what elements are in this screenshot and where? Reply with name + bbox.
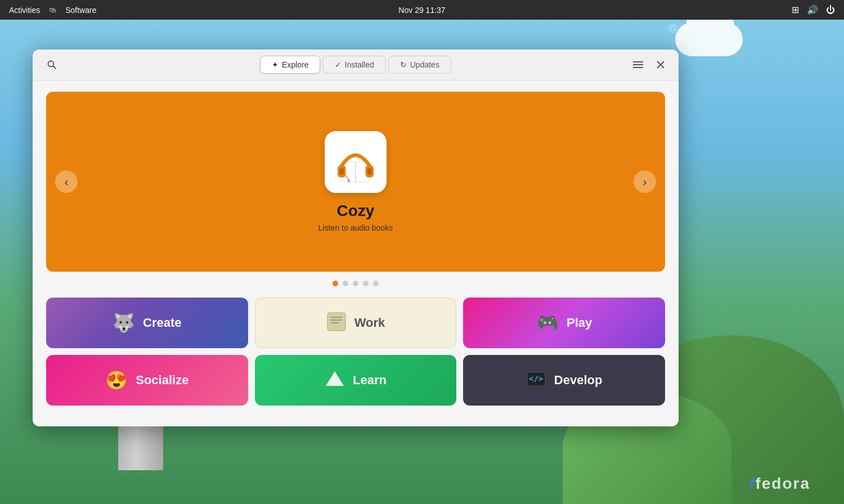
carousel-dots bbox=[46, 281, 665, 286]
installed-icon: ✓ bbox=[335, 60, 342, 69]
nav-tabs: ✦ Explore ✓ Installed ↻ Updates bbox=[260, 56, 451, 74]
activities-button[interactable]: Activities bbox=[9, 6, 40, 15]
hero-app-subtitle: Listen to audio books bbox=[318, 223, 393, 232]
dot-4[interactable] bbox=[363, 281, 369, 286]
updates-icon: ↻ bbox=[400, 60, 407, 69]
topbar: Activities 🛍 Software Nov 29 11:37 ⊞ 🔊 ⏻ bbox=[0, 0, 844, 20]
software-label[interactable]: Software bbox=[65, 6, 96, 15]
svg-rect-15 bbox=[327, 313, 345, 331]
search-icon bbox=[47, 60, 57, 70]
svg-line-1 bbox=[53, 66, 56, 69]
category-play-button[interactable]: 🎮 Play bbox=[463, 298, 665, 348]
category-grid: 🐺 Create Work 🎮 Play bbox=[46, 298, 665, 406]
hero-banner[interactable]: ‹ bbox=[46, 92, 665, 272]
fedora-logo: ffedora bbox=[749, 475, 810, 493]
create-label: Create bbox=[143, 316, 181, 330]
svg-text:</>: </> bbox=[529, 374, 543, 383]
explore-label: Explore bbox=[282, 60, 308, 69]
hamburger-icon bbox=[633, 61, 643, 69]
svg-point-14 bbox=[348, 179, 351, 182]
explore-icon: ✦ bbox=[272, 60, 279, 69]
dot-1[interactable] bbox=[333, 281, 338, 286]
create-icon: 🐺 bbox=[113, 314, 135, 332]
tab-updates[interactable]: ↻ Updates bbox=[388, 56, 451, 74]
play-icon: 🎮 bbox=[536, 314, 559, 332]
socialize-label: Socialize bbox=[136, 373, 188, 388]
work-icon bbox=[326, 312, 347, 335]
play-label: Play bbox=[567, 316, 592, 330]
socialize-icon: 😍 bbox=[105, 371, 128, 389]
category-socialize-button[interactable]: 😍 Socialize bbox=[46, 355, 248, 406]
headphone-svg bbox=[333, 140, 378, 184]
window-header: ✦ Explore ✓ Installed ↻ Updates bbox=[33, 50, 679, 80]
hero-prev-button[interactable]: ‹ bbox=[55, 170, 78, 193]
topbar-clock: Nov 29 11:37 bbox=[398, 6, 445, 15]
topbar-left: Activities 🛍 Software bbox=[9, 6, 96, 15]
updates-label: Updates bbox=[410, 60, 439, 69]
cozy-app-icon bbox=[325, 131, 387, 193]
tab-explore[interactable]: ✦ Explore bbox=[260, 56, 320, 74]
close-button[interactable] bbox=[652, 56, 670, 74]
tab-installed[interactable]: ✓ Installed bbox=[323, 56, 386, 74]
window-controls bbox=[629, 56, 670, 74]
hero-content: Cozy Listen to audio books bbox=[318, 131, 393, 232]
software-indicator: 🛍 bbox=[49, 6, 56, 14]
svg-marker-19 bbox=[326, 371, 344, 386]
svg-rect-12 bbox=[367, 168, 372, 174]
hero-app-name: Cozy bbox=[318, 202, 393, 220]
develop-icon: </> bbox=[526, 369, 546, 392]
fedora-f-letter: f bbox=[749, 475, 755, 492]
dot-3[interactable] bbox=[353, 281, 358, 286]
network-icon[interactable]: ⊞ bbox=[792, 4, 799, 15]
learn-label: Learn bbox=[353, 373, 387, 388]
learn-icon bbox=[325, 369, 345, 392]
svg-rect-11 bbox=[339, 168, 344, 174]
search-button[interactable] bbox=[42, 55, 62, 75]
installed-label: Installed bbox=[345, 60, 374, 69]
category-create-button[interactable]: 🐺 Create bbox=[46, 298, 248, 348]
app-window: ✦ Explore ✓ Installed ↻ Updates bbox=[33, 50, 679, 426]
hero-next-button[interactable]: › bbox=[634, 170, 656, 193]
window-content: ‹ bbox=[33, 80, 679, 426]
power-icon[interactable]: ⏻ bbox=[826, 5, 835, 15]
category-work-button[interactable]: Work bbox=[255, 298, 457, 348]
category-develop-button[interactable]: </> Develop bbox=[463, 355, 665, 406]
topbar-right: ⊞ 🔊 ⏻ bbox=[792, 4, 835, 15]
volume-icon[interactable]: 🔊 bbox=[807, 4, 818, 15]
develop-label: Develop bbox=[554, 373, 603, 388]
dot-5[interactable] bbox=[373, 281, 379, 286]
work-label: Work bbox=[354, 316, 385, 330]
menu-button[interactable] bbox=[629, 56, 647, 74]
category-learn-button[interactable]: Learn bbox=[255, 355, 457, 406]
dot-2[interactable] bbox=[343, 281, 348, 286]
close-icon bbox=[657, 61, 665, 69]
desktop-watermark: @ w I j s . . . z bbox=[668, 22, 731, 34]
